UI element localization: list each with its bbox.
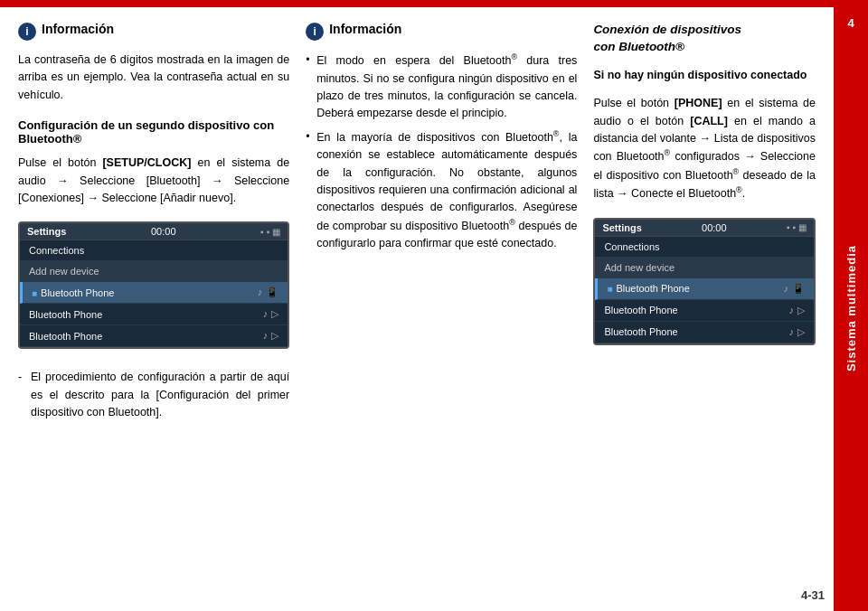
screen-add-device-left: Add new device <box>20 261 288 282</box>
main-content: i Información La contraseña de 6 dígitos… <box>0 5 834 611</box>
sidebar-number: 4 <box>834 16 868 30</box>
right-subheading: Si no hay ningún dispositivo conectado <box>593 67 816 84</box>
screen-row3-left: Bluetooth Phone ♪▷ <box>20 325 288 347</box>
screen-row2-right: Bluetooth Phone ♪▷ <box>595 300 814 322</box>
screen-mockup-right: Settings 00:00 ▪ ▪ ▦ Connections Add new… <box>593 218 816 345</box>
screen-row3-right: Bluetooth Phone ♪▷ <box>595 322 814 343</box>
screen-connections-right: Connections <box>595 237 814 258</box>
bullet-item-1: El modo en espera del Bluetooth® dura tr… <box>306 52 577 123</box>
screen-mockup-left: Settings 00:00 ▪ ▪ ▦ Connections Add new… <box>18 221 289 349</box>
info-icon-mid: i <box>306 23 324 41</box>
screen-connections-left: Connections <box>20 240 288 261</box>
screen-add-device-right: Add new device <box>595 258 814 278</box>
page-number: 4-31 <box>801 588 825 602</box>
info-body-left: La contraseña de 6 dígitos mostrada en l… <box>18 52 289 104</box>
screen-time-right: 00:00 <box>702 222 727 233</box>
mid-column: i Información El modo en espera del Blue… <box>306 22 577 602</box>
info-box-left: i Información <box>18 22 289 41</box>
info-title-mid: Información <box>329 22 401 36</box>
sidebar: 4 Sistema multimedia <box>834 5 868 611</box>
section-body-left: Pulse el botón [SETUP/CLOCK] en el siste… <box>18 155 289 207</box>
screen-time-left: 00:00 <box>151 226 176 237</box>
right-column: Conexión de dispositivos con Bluetooth® … <box>593 22 816 602</box>
bullet-list-mid: El modo en espera del Bluetooth® dura tr… <box>306 52 577 258</box>
screen-header-right: Settings 00:00 ▪ ▪ ▦ <box>595 220 814 237</box>
info-icon-left: i <box>18 23 36 41</box>
sidebar-label: Sistema multimedia <box>844 245 858 371</box>
info-title-left: Información <box>42 22 114 36</box>
screen-row2-left: Bluetooth Phone ♪▷ <box>20 304 288 325</box>
right-heading: Conexión de dispositivos con Bluetooth® <box>593 22 816 56</box>
screen-row1-right: ■Bluetooth Phone ♪📱 <box>595 278 814 300</box>
screen-body-left: Connections Add new device ■Bluetooth Ph… <box>20 240 288 347</box>
screen-icons-right: ▪ ▪ ▦ <box>787 222 807 232</box>
bullet-item-2: En la mayoría de dispositivos con Blueto… <box>306 128 577 253</box>
screen-settings-label-left: Settings <box>27 226 66 237</box>
screen-settings-label-right: Settings <box>602 222 641 233</box>
info-box-mid: i Información <box>306 22 577 41</box>
right-body: Pulse el botón [PHONE] en el sistema de … <box>593 95 816 203</box>
screen-row1-left: ■Bluetooth Phone ♪📱 <box>20 282 288 304</box>
screen-body-right: Connections Add new device ■Bluetooth Ph… <box>595 237 814 343</box>
left-column: i Información La contraseña de 6 dígitos… <box>18 22 289 602</box>
screen-icons-left: ▪ ▪ ▦ <box>260 227 280 237</box>
dash-note-left: El procedimiento de configuración a part… <box>18 369 289 421</box>
section-heading-left: Configuración de un segundo dispositivo … <box>18 118 289 146</box>
screen-header-left: Settings 00:00 ▪ ▪ ▦ <box>20 223 288 240</box>
